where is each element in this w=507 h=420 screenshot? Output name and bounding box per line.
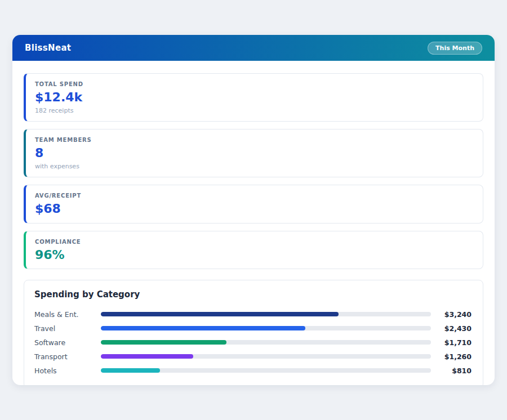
stat-value: $12.4k bbox=[35, 91, 474, 104]
bar-track bbox=[101, 312, 431, 316]
stat-subtext: 182 receipts bbox=[35, 107, 474, 114]
category-row-meals: Meals & Ent. $3,240 bbox=[33, 307, 472, 321]
stat-card-compliance: COMPLIANCE 96% bbox=[24, 231, 483, 269]
bar-track bbox=[101, 368, 431, 373]
expense-dashboard-window: BlissNeat This Month TOTAL SPEND $12.4k … bbox=[12, 35, 495, 385]
category-row-software: Software $1,710 bbox=[33, 336, 472, 350]
bar-fill-meals bbox=[101, 312, 339, 316]
bar-fill-hotels bbox=[101, 368, 160, 373]
bar-fill-transport bbox=[101, 354, 193, 359]
bar-track bbox=[101, 340, 431, 345]
category-value: $2,430 bbox=[431, 324, 472, 333]
category-value: $1,260 bbox=[431, 352, 472, 361]
stat-value: 8 bbox=[35, 146, 474, 160]
stat-card-team-members: TEAM MEMBERS 8 with expenses bbox=[24, 129, 483, 177]
category-label: Software bbox=[33, 338, 101, 347]
stat-label: COMPLIANCE bbox=[35, 239, 474, 245]
stat-subtext: with expenses bbox=[35, 163, 474, 170]
stat-value: 96% bbox=[35, 248, 474, 262]
bar-fill-software bbox=[101, 340, 226, 345]
bar-track bbox=[101, 354, 431, 359]
category-label: Meals & Ent. bbox=[33, 310, 101, 319]
stat-label: AVG/RECEIPT bbox=[35, 193, 474, 199]
app-header: BlissNeat This Month bbox=[12, 35, 495, 61]
dashboard-content: TOTAL SPEND $12.4k 182 receipts TEAM MEM… bbox=[12, 61, 495, 385]
app-title: BlissNeat bbox=[25, 43, 71, 53]
category-label: Travel bbox=[33, 324, 101, 333]
period-filter-badge[interactable]: This Month bbox=[428, 42, 482, 55]
stat-card-avg-receipt: AVG/RECEIPT $68 bbox=[24, 185, 483, 223]
category-row-hotels: Hotels $810 bbox=[33, 364, 472, 378]
category-label: Hotels bbox=[33, 367, 101, 375]
category-row-travel: Travel $2,430 bbox=[33, 321, 472, 336]
bar-track bbox=[101, 326, 431, 330]
category-value: $3,240 bbox=[431, 310, 472, 319]
stat-label: TOTAL SPEND bbox=[35, 81, 474, 87]
stat-value: $68 bbox=[35, 202, 474, 216]
stat-card-total-spend: TOTAL SPEND $12.4k 182 receipts bbox=[24, 73, 483, 122]
chart-title: Spending by Category bbox=[33, 289, 472, 300]
spending-by-category-card: Spending by Category Meals & Ent. $3,240… bbox=[24, 280, 483, 385]
category-value: $1,710 bbox=[431, 338, 472, 347]
category-row-transport: Transport $1,260 bbox=[33, 350, 472, 364]
bar-fill-travel bbox=[101, 326, 305, 330]
stat-label: TEAM MEMBERS bbox=[35, 137, 474, 143]
category-value: $810 bbox=[431, 367, 472, 375]
category-label: Transport bbox=[33, 352, 101, 361]
